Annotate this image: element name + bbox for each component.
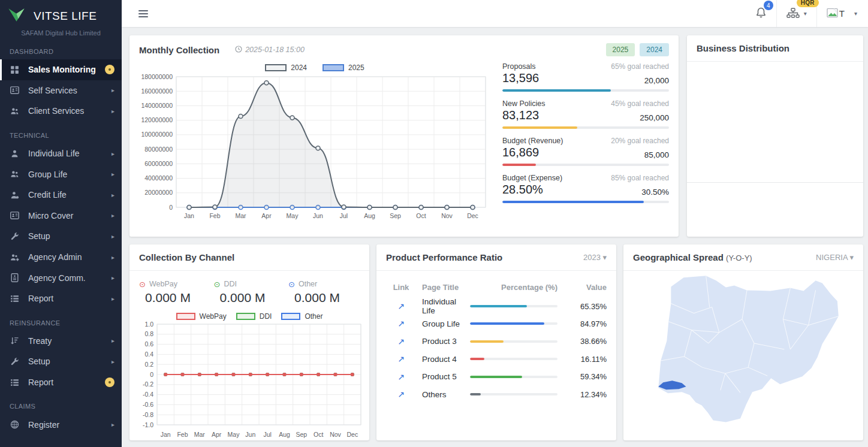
chevron-right-icon: ▸ <box>111 274 114 281</box>
notification-dot-badge <box>105 65 114 74</box>
card-title: Monthly Collection <box>139 45 219 55</box>
sidebar-item-agency-comm[interactable]: Agency Comm.▸ <box>0 267 122 288</box>
svg-text:Jul: Jul <box>263 431 271 438</box>
external-link-icon[interactable]: ↗ <box>386 337 416 346</box>
goal-reached-text: 45% goal reached <box>611 99 669 108</box>
svg-text:-0.6: -0.6 <box>143 401 153 408</box>
sidebar-item-setup[interactable]: Setup▸ <box>0 226 122 247</box>
external-link-icon[interactable]: ↗ <box>386 301 416 311</box>
sidebar-nav: DASHBOARDSales MonitoringSelf Services▸C… <box>0 38 122 435</box>
external-link-icon[interactable]: ↗ <box>386 319 416 328</box>
goal-stat: New Policies45% goal reached83,123250,00… <box>502 99 669 129</box>
chevron-right-icon: ▸ <box>111 192 114 198</box>
sidebar-item-agency-admin[interactable]: Agency Admin▸ <box>0 247 122 268</box>
svg-text:Apr: Apr <box>261 212 272 219</box>
channel-stat-DDI: ⊙DDI0.000 M <box>214 280 289 305</box>
row-value: 38.66% <box>563 337 607 346</box>
svg-text:0.2: 0.2 <box>144 361 153 368</box>
product-performance-card: Product Performance Ratio 2023 ▾ Link Pa… <box>376 244 616 440</box>
stat-goal: 20,000 <box>644 76 669 85</box>
sidebar-item-group-life[interactable]: Group Life▸ <box>0 164 122 185</box>
sort-icon <box>10 336 20 346</box>
chevron-right-icon: ▸ <box>111 150 114 157</box>
year-button-2025[interactable]: 2025 <box>606 43 635 56</box>
sidebar-item-label: Self Services <box>28 86 111 95</box>
row-progress-bar <box>470 376 557 378</box>
svg-text:Jul: Jul <box>340 212 348 219</box>
sidebar-item-individual-life[interactable]: Individual Life▸ <box>0 143 122 164</box>
sidebar-item-report[interactable]: Report <box>0 372 122 393</box>
sidebar-item-label: Register <box>28 420 111 430</box>
channel-value: 0.000 M <box>288 291 363 305</box>
org-switcher-button[interactable]: HQR ▾ <box>784 5 809 22</box>
region-filter-dropdown[interactable]: NIGERIA ▾ <box>816 253 854 262</box>
row-title: Product 3 <box>422 337 464 346</box>
svg-text:0.8: 0.8 <box>144 330 153 337</box>
svg-text:Feb: Feb <box>209 212 220 219</box>
brand-title: VITSE LIFE <box>34 10 97 23</box>
legend-label: 2025 <box>348 64 364 72</box>
sidebar-item-label: Sales Monitoring <box>28 65 105 74</box>
card-title: Collection By Channel <box>139 252 234 262</box>
channel-legend: WebPayDDIOther <box>129 312 369 321</box>
stat-value: 16,869 <box>502 146 539 159</box>
svg-text:120000000: 120000000 <box>141 116 173 123</box>
nigeria-outline <box>658 276 839 422</box>
channel-label: Other <box>299 280 317 288</box>
monthly-legend: 20242025 <box>132 64 498 72</box>
row-value: 59.34% <box>563 372 607 381</box>
notifications-button[interactable]: 4 <box>753 4 769 23</box>
people-icon <box>10 169 20 179</box>
column-header: Link <box>386 283 416 292</box>
external-link-icon[interactable]: ↗ <box>386 372 416 382</box>
legend-item-Other: Other <box>281 312 323 321</box>
sidebar-item-label: Setup <box>28 357 111 366</box>
last-updated: 2025-01-18 15:00 <box>235 46 305 55</box>
sidebar-item-micro-cover[interactable]: Micro Cover▸ <box>0 206 122 226</box>
row-title: Product 5 <box>422 372 464 381</box>
chevron-right-icon: ▸ <box>111 295 114 302</box>
performance-row: ↗Product 559.34% <box>376 368 616 386</box>
avatar-alt-text: T <box>839 8 845 19</box>
sidebar-item-setup[interactable]: Setup▸ <box>0 351 122 372</box>
brand: VITSE LIFE <box>0 0 122 26</box>
user-menu-button[interactable]: T ▾ <box>824 5 860 22</box>
external-link-icon[interactable]: ↗ <box>386 354 416 364</box>
external-link-icon[interactable]: ↗ <box>386 389 416 399</box>
stat-label: Budget (Revenue) <box>502 137 563 145</box>
sidebar-section-label: DASHBOARD <box>0 38 122 59</box>
svg-text:Oct: Oct <box>416 212 426 219</box>
svg-text:Jun: Jun <box>245 431 255 438</box>
menu-toggle-button[interactable] <box>136 8 150 20</box>
sidebar-item-register[interactable]: Register▸ <box>0 414 122 435</box>
sidebar-item-self-services[interactable]: Self Services▸ <box>0 80 122 101</box>
sidebar-item-sales-monitoring[interactable]: Sales Monitoring <box>0 59 122 80</box>
svg-text:80000000: 80000000 <box>144 146 173 153</box>
brand-logo-icon <box>7 7 28 26</box>
row-value: 84.97% <box>563 319 607 328</box>
grid-icon <box>10 65 20 75</box>
sidebar-item-report[interactable]: Report▸ <box>0 288 122 309</box>
sidebar-item-credit-life[interactable]: Credit Life▸ <box>0 185 122 206</box>
card-title: Geographical Spread (Y-O-Y) <box>633 252 752 262</box>
year-buttons: 20252024 <box>601 43 669 56</box>
chevron-right-icon: ▸ <box>111 108 114 114</box>
chevron-right-icon: ▸ <box>111 233 114 240</box>
performance-row: ↗Group Life84.97% <box>376 315 616 333</box>
legend-item-WebPay: WebPay <box>176 312 227 321</box>
content-column: 4 HQR ▾ <box>122 0 868 447</box>
svg-text:0: 0 <box>150 371 153 378</box>
legend-label: Other <box>305 312 323 321</box>
person-icon <box>10 149 20 159</box>
row-title: Group Life <box>422 319 464 328</box>
sidebar-item-client-services[interactable]: Client Services▸ <box>0 101 122 122</box>
svg-text:Nov: Nov <box>441 212 453 219</box>
row-progress-bar <box>470 322 557 325</box>
legend-label: WebPay <box>200 312 227 321</box>
sidebar-item-treaty[interactable]: Treaty▸ <box>0 331 122 352</box>
wrench-icon <box>10 357 20 367</box>
sidebar-section-label: REINSURANCE <box>0 309 122 331</box>
column-header: Percentage (%) <box>470 283 557 292</box>
year-button-2024[interactable]: 2024 <box>640 43 669 56</box>
year-filter-dropdown[interactable]: 2023 ▾ <box>583 253 607 262</box>
